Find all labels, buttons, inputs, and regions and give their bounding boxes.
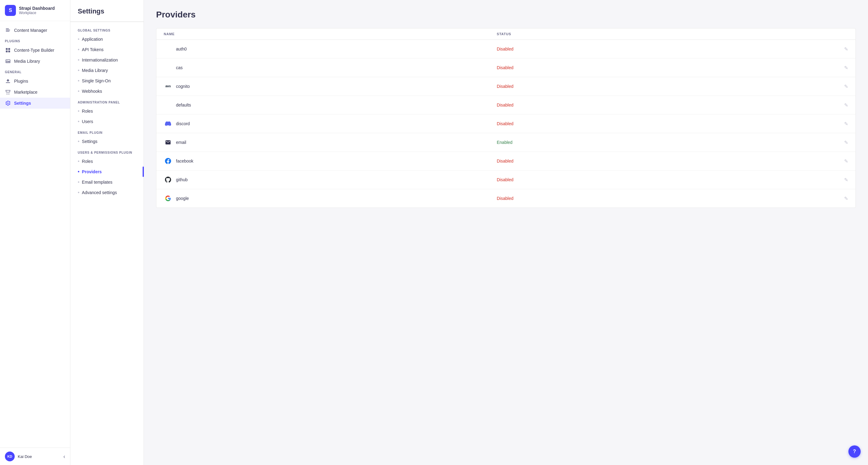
content-type-builder-icon: [5, 47, 11, 53]
providers-table: NAME STATUS auth0 Disabled ✎ cas Disa: [156, 28, 856, 208]
bullet-icon: •: [78, 57, 80, 63]
settings-item-api-tokens-label: API Tokens: [82, 47, 104, 52]
settings-item-advanced-settings[interactable]: • Advanced settings: [70, 187, 144, 198]
bullet-icon: •: [78, 89, 80, 94]
settings-item-email-settings[interactable]: • Settings: [70, 136, 144, 147]
settings-item-providers[interactable]: • Providers: [70, 166, 144, 177]
content-area: Providers NAME STATUS auth0 Disabled ✎: [144, 0, 868, 465]
sidebar-item-media-library[interactable]: Media Library: [0, 56, 70, 67]
sidebar-item-marketplace-label: Marketplace: [14, 90, 37, 95]
settings-item-media-library-label: Media Library: [82, 68, 108, 73]
general-section-label: GENERAL: [0, 67, 70, 75]
svg-rect-1: [6, 30, 10, 30]
cognito-status: Disabled: [497, 84, 830, 89]
bullet-icon: •: [78, 36, 80, 42]
settings-item-single-sign-on-label: Single Sign-On: [82, 79, 111, 83]
sidebar-item-settings[interactable]: Settings: [0, 98, 70, 109]
page-title: Providers: [156, 10, 856, 20]
sidebar-item-content-type-builder[interactable]: Content-Type Builder: [0, 45, 70, 56]
bullet-icon: •: [78, 159, 80, 164]
discord-icon: [164, 119, 172, 128]
plugins-section-label: PLUGINS: [0, 36, 70, 45]
provider-name-cas: cas: [164, 63, 497, 72]
settings-item-single-sign-on[interactable]: • Single Sign-On: [70, 75, 144, 86]
svg-rect-7: [6, 60, 10, 63]
email-status: Enabled: [497, 140, 830, 145]
facebook-icon: [164, 157, 172, 165]
user-info: KD Kai Doe: [5, 452, 32, 461]
collapse-sidebar-button[interactable]: ‹: [63, 453, 65, 460]
sidebar-item-content-manager-label: Content Manager: [14, 28, 47, 33]
defaults-icon: [164, 101, 172, 109]
settings-item-roles-label: Roles: [82, 109, 93, 114]
app-title: Strapi Dashboard: [19, 6, 55, 11]
bullet-icon: •: [78, 78, 80, 84]
settings-item-webhooks[interactable]: • Webhooks: [70, 86, 144, 96]
discord-status: Disabled: [497, 121, 830, 126]
settings-title: Settings: [70, 7, 144, 22]
settings-item-application-label: Application: [82, 37, 103, 42]
settings-item-users[interactable]: • Users: [70, 116, 144, 127]
table-row: auth0 Disabled ✎: [156, 40, 856, 59]
media-library-icon: [5, 58, 11, 64]
cognito-edit-button[interactable]: ✎: [830, 84, 848, 89]
up-plugin-label: USERS & PERMISSIONS PLUGIN: [70, 147, 144, 156]
sidebar-item-content-type-builder-label: Content-Type Builder: [14, 48, 55, 53]
auth0-edit-button[interactable]: ✎: [830, 46, 848, 52]
svg-rect-9: [6, 82, 10, 83]
facebook-status: Disabled: [497, 159, 830, 163]
settings-item-email-templates[interactable]: • Email templates: [70, 177, 144, 187]
settings-item-api-tokens[interactable]: • API Tokens: [70, 44, 144, 55]
email-icon: [164, 138, 172, 147]
settings-item-roles[interactable]: • Roles: [70, 106, 144, 116]
settings-item-advanced-settings-label: Advanced settings: [82, 190, 117, 195]
email-plugin-label: EMAIL PLUGIN: [70, 127, 144, 136]
svg-point-11: [8, 94, 9, 95]
settings-item-internationalization[interactable]: • Internationalization: [70, 55, 144, 65]
cas-edit-button[interactable]: ✎: [830, 65, 848, 71]
sidebar-item-content-manager[interactable]: Content Manager: [0, 25, 70, 36]
sidebar-item-marketplace[interactable]: Marketplace: [0, 87, 70, 98]
bullet-icon: •: [78, 169, 80, 175]
admin-panel-label: ADMINISTRATION PANEL: [70, 96, 144, 106]
global-settings-label: GLOBAL SETTINGS: [70, 25, 144, 34]
github-edit-button[interactable]: ✎: [830, 177, 848, 183]
settings-item-up-roles[interactable]: • Roles: [70, 156, 144, 166]
sidebar-item-plugins[interactable]: Plugins: [0, 75, 70, 87]
bullet-icon: •: [78, 108, 80, 114]
settings-icon: [5, 100, 11, 106]
google-edit-button[interactable]: ✎: [830, 196, 848, 202]
settings-item-application[interactable]: • Application: [70, 34, 144, 44]
bullet-icon: •: [78, 119, 80, 124]
svg-rect-0: [6, 28, 9, 29]
provider-name-cognito: aws cognito: [164, 82, 497, 91]
table-row: google Disabled ✎: [156, 189, 856, 208]
discord-edit-button[interactable]: ✎: [830, 121, 848, 127]
email-edit-button[interactable]: ✎: [830, 140, 848, 146]
svg-rect-2: [6, 31, 9, 32]
app-subtitle: Workplace: [19, 11, 55, 15]
table-row: aws cognito Disabled ✎: [156, 77, 856, 96]
help-button[interactable]: ?: [848, 445, 861, 458]
google-icon: [164, 194, 172, 203]
sidebar-header: S Strapi Dashboard Workplace: [0, 0, 70, 21]
facebook-edit-button[interactable]: ✎: [830, 158, 848, 164]
table-row: discord Disabled ✎: [156, 115, 856, 133]
app-logo: S: [5, 5, 16, 16]
marketplace-icon: [5, 89, 11, 95]
main-content: Providers NAME STATUS auth0 Disabled ✎: [144, 0, 868, 465]
bullet-icon: •: [78, 190, 80, 195]
table-row: email Enabled ✎: [156, 133, 856, 152]
table-row: facebook Disabled ✎: [156, 152, 856, 170]
provider-name-defaults: defaults: [164, 101, 497, 109]
sidebar-nav: Content Manager PLUGINS Content-Type Bui…: [0, 21, 70, 447]
provider-name-auth0: auth0: [164, 45, 497, 53]
defaults-edit-button[interactable]: ✎: [830, 102, 848, 108]
settings-item-email-settings-label: Settings: [82, 139, 98, 144]
avatar: KD: [5, 452, 15, 461]
settings-item-webhooks-label: Webhooks: [82, 89, 102, 94]
google-status: Disabled: [497, 196, 830, 201]
settings-item-media-library[interactable]: • Media Library: [70, 65, 144, 75]
column-header-status: STATUS: [497, 32, 830, 36]
provider-name-facebook: facebook: [164, 157, 497, 165]
